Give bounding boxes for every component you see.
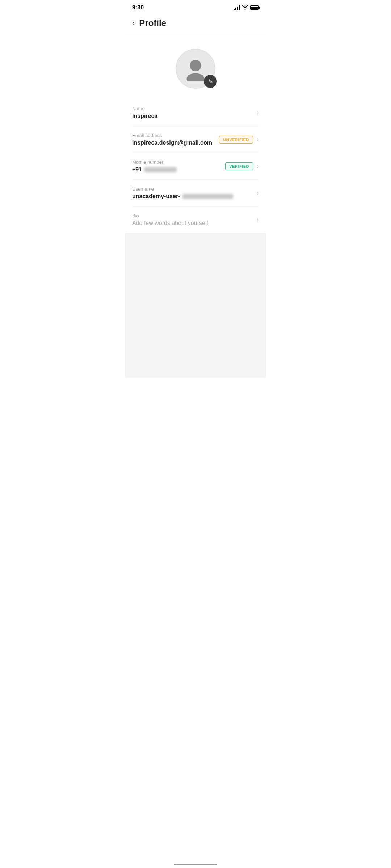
email-field-content: Email address inspireca.design@gmail.com — [132, 133, 219, 146]
svg-point-1 — [187, 73, 205, 81]
name-label: Name — [132, 106, 257, 111]
email-field-right: UNVERIFIED › — [219, 136, 259, 144]
avatar-silhouette — [183, 56, 208, 81]
username-field-row[interactable]: Username unacademy-user- › — [132, 180, 259, 207]
name-field-row[interactable]: Name Inspireca › — [132, 99, 259, 126]
bio-field-row[interactable]: Bio Add few words about yourself › — [132, 207, 259, 233]
mobile-number-blurred — [144, 167, 177, 172]
mobile-label: Mobile number — [132, 159, 225, 165]
bio-field-right: › — [257, 216, 259, 224]
header: ‹ Profile — [125, 14, 266, 34]
bio-field-content: Bio Add few words about yourself — [132, 213, 257, 226]
name-value: Inspireca — [132, 113, 257, 119]
email-chevron-icon: › — [257, 136, 259, 143]
gray-background-section — [125, 233, 266, 378]
username-value-row: unacademy-user- — [132, 193, 257, 200]
mobile-chevron-icon: › — [257, 162, 259, 170]
status-time: 9:30 — [132, 4, 144, 11]
profile-fields: Name Inspireca › Email address inspireca… — [125, 99, 266, 233]
username-chevron-icon: › — [257, 189, 259, 197]
mobile-field-row[interactable]: Mobile number +91 VERIFIED › — [132, 153, 259, 180]
svg-point-0 — [190, 60, 201, 72]
status-icons — [234, 5, 259, 11]
bio-value: Add few words about yourself — [132, 220, 257, 226]
back-button[interactable]: ‹ — [132, 18, 135, 28]
edit-icon: ✎ — [208, 78, 213, 85]
mobile-value-row: +91 — [132, 166, 225, 173]
email-field-row[interactable]: Email address inspireca.design@gmail.com… — [132, 126, 259, 153]
page-title: Profile — [139, 18, 166, 28]
signal-icon — [234, 5, 240, 10]
battery-icon — [250, 5, 259, 10]
name-field-content: Name Inspireca — [132, 106, 257, 119]
wifi-icon — [242, 5, 248, 11]
edit-avatar-button[interactable]: ✎ — [204, 75, 217, 88]
username-prefix: unacademy-user- — [132, 193, 180, 200]
email-label: Email address — [132, 133, 219, 138]
mobile-prefix: +91 — [132, 166, 142, 173]
name-field-right: › — [257, 109, 259, 116]
bio-label: Bio — [132, 213, 257, 218]
name-chevron-icon: › — [257, 109, 259, 116]
username-field-right: › — [257, 189, 259, 197]
mobile-field-content: Mobile number +91 — [132, 159, 225, 173]
status-bar: 9:30 — [125, 0, 266, 14]
unverified-badge: UNVERIFIED — [219, 136, 253, 144]
username-blurred — [182, 194, 233, 199]
avatar-section: ✎ — [125, 34, 266, 99]
verified-badge: VERIFIED — [225, 162, 253, 170]
email-value: inspireca.design@gmail.com — [132, 140, 219, 146]
username-field-content: Username unacademy-user- — [132, 186, 257, 200]
bio-chevron-icon: › — [257, 216, 259, 224]
mobile-field-right: VERIFIED › — [225, 162, 259, 170]
avatar-wrapper: ✎ — [176, 49, 215, 89]
username-label: Username — [132, 186, 257, 192]
